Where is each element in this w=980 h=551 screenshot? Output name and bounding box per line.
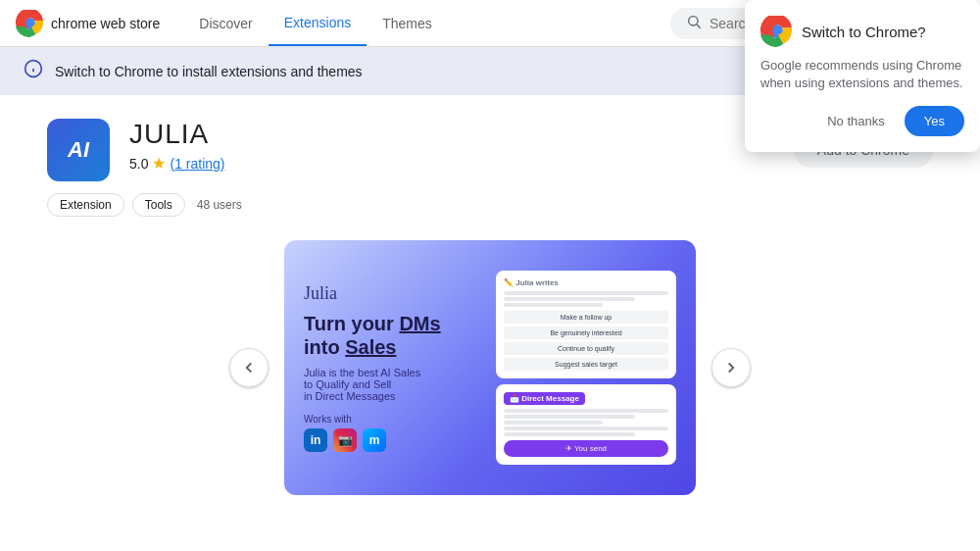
info-banner-text: Switch to Chrome to install extensions a…	[55, 64, 363, 79]
direct-message-label: 📩 Direct Message	[504, 392, 585, 405]
logo-area[interactable]: chrome web store	[16, 10, 160, 37]
tag-tools[interactable]: Tools	[132, 193, 185, 217]
logo-text: chrome web store	[51, 16, 160, 31]
screenshot-right: ✏️ Julia writes Make a follow up Be genu…	[496, 271, 676, 465]
extension-name: JULIA	[129, 119, 774, 150]
main-content: AI JULIA 5.0 ★ (1 rating) Add to Chrome …	[0, 95, 980, 519]
mock-line	[504, 409, 668, 413]
popup-no-button[interactable]: No thanks	[815, 106, 897, 136]
linkedin-icon: in	[304, 428, 327, 452]
carousel-prev-button[interactable]	[229, 348, 269, 387]
screenshot-left: Julia Turn your DMsinto Sales Julia is t…	[304, 283, 484, 452]
screenshot-headline: Turn your DMsinto Sales	[304, 312, 484, 359]
switch-to-chrome-popup: Switch to Chrome? Google recommends usin…	[745, 0, 980, 152]
messenger-icon: m	[363, 428, 386, 452]
direct-message-card: 📩 Direct Message ✈ You send	[496, 384, 676, 465]
search-icon	[686, 14, 702, 33]
rating-count[interactable]: (1 rating)	[170, 156, 224, 172]
popup-actions: No thanks Yes	[760, 106, 964, 136]
screenshot-brand: Julia	[304, 283, 484, 304]
tag-extension[interactable]: Extension	[47, 193, 124, 217]
users-count: 48 users	[197, 198, 242, 212]
popup-chrome-logo-icon	[760, 16, 792, 47]
mock-line	[504, 426, 668, 430]
carousel-image: Julia Turn your DMsinto Sales Julia is t…	[284, 240, 696, 495]
tags-row: Extension Tools 48 users	[47, 193, 933, 217]
carousel-next-button[interactable]	[711, 348, 751, 387]
direct-message-header: 📩 Direct Message	[504, 392, 668, 405]
popup-header: Switch to Chrome?	[760, 16, 964, 47]
nav-extensions[interactable]: Extensions	[269, 0, 367, 46]
rating-value: 5.0	[129, 156, 148, 172]
instagram-icon: 📷	[333, 428, 357, 452]
mock-btn-2: Be genuinely interested	[504, 326, 668, 339]
info-icon	[24, 59, 43, 83]
mock-line	[504, 297, 635, 301]
popup-title: Switch to Chrome?	[802, 24, 926, 40]
mock-line	[504, 421, 603, 425]
extension-icon-text: AI	[68, 137, 89, 163]
nav-themes[interactable]: Themes	[367, 0, 448, 46]
main-nav: Discover Extensions Themes	[183, 0, 448, 46]
mock-line	[504, 291, 668, 295]
popup-body: Google recommends using Chrome when usin…	[760, 57, 964, 92]
star-icon: ★	[152, 154, 166, 173]
julia-writes-header: ✏️ Julia writes	[504, 278, 668, 287]
mock-buttons: Make a follow up Be genuinely interested…	[504, 311, 668, 371]
mock-btn-3: Continue to qualify	[504, 342, 668, 355]
mock-line	[504, 432, 635, 436]
screenshot-social-icons: in 📷 m	[304, 428, 484, 452]
mock-line	[504, 303, 603, 307]
nav-discover[interactable]: Discover	[183, 0, 268, 46]
mock-btn-1: Make a follow up	[504, 311, 668, 324]
mock-btn-4: Suggest sales target	[504, 358, 668, 371]
popup-yes-button[interactable]: Yes	[905, 106, 964, 136]
svg-point-2	[689, 16, 698, 25]
extension-icon: AI	[47, 119, 110, 181]
julia-writes-card: ✏️ Julia writes Make a follow up Be genu…	[496, 271, 676, 378]
carousel-section: Julia Turn your DMsinto Sales Julia is t…	[47, 240, 933, 495]
svg-line-3	[697, 25, 701, 28]
chrome-logo-icon	[16, 10, 43, 37]
rating-row: 5.0 ★ (1 rating)	[129, 154, 774, 173]
extension-title-section: JULIA 5.0 ★ (1 rating)	[129, 119, 774, 173]
screenshot: Julia Turn your DMsinto Sales Julia is t…	[284, 240, 696, 495]
screenshot-sub: Julia is the best AI Salesto Qualify and…	[304, 367, 484, 402]
mock-line	[504, 415, 635, 419]
you-send-label: ✈ You send	[504, 440, 668, 457]
screenshot-works-label: Works with	[304, 414, 484, 425]
